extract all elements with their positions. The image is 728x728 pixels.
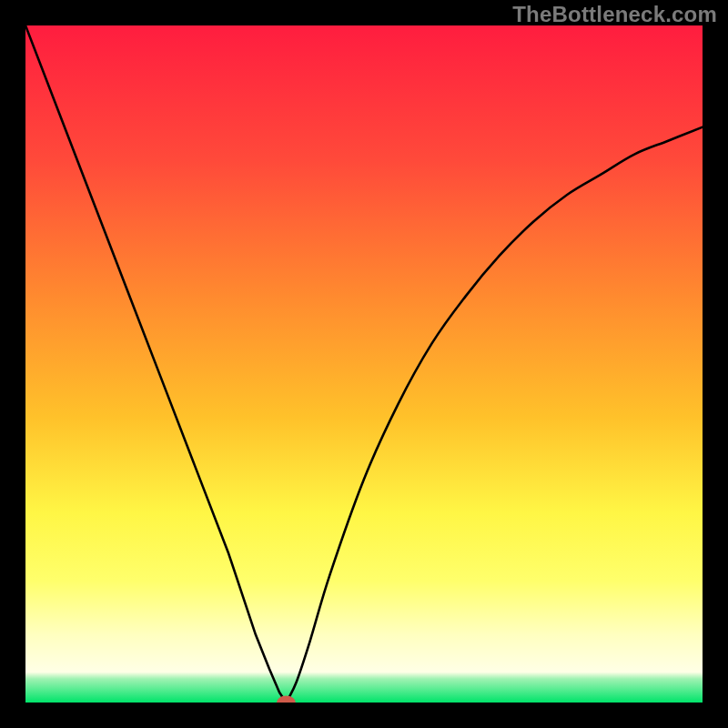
plot-area [25, 25, 703, 703]
gradient-background [25, 25, 703, 703]
watermark-text: TheBottleneck.com [512, 2, 717, 27]
chart-svg [25, 25, 703, 703]
chart-stage: TheBottleneck.com [0, 0, 728, 728]
